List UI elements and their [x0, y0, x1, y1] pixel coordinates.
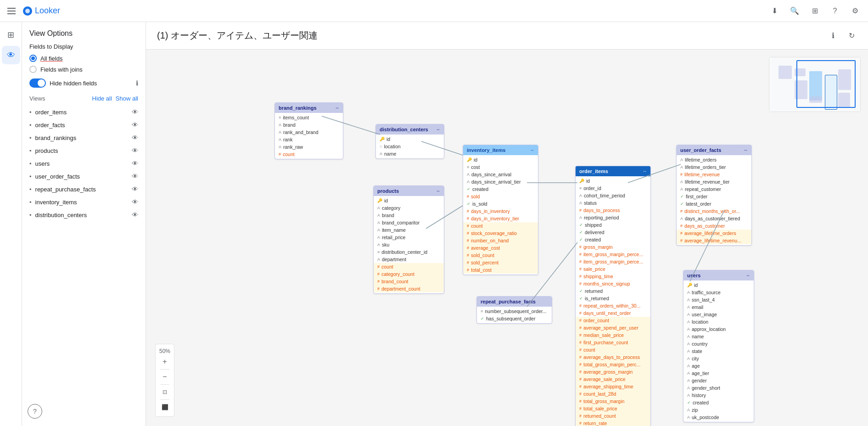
hide-all-button[interactable]: Hide all — [92, 95, 112, 102]
field-ii-cost: ≡ cost — [463, 163, 538, 171]
field-oi-ret-cnt: # returned_count — [576, 412, 650, 420]
field-u-city: A city — [683, 355, 754, 362]
field-u-uk-postcode: A uk_postcode — [683, 414, 754, 421]
view-eye-order-facts[interactable]: 👁 — [132, 121, 138, 129]
zoom-out-button[interactable]: − — [159, 371, 170, 382]
field-oi-sale-price: # sale_price — [576, 265, 650, 273]
minimap — [769, 57, 861, 112]
field-ii-days-arrival: A days_since_arrival — [463, 171, 538, 178]
settings-icon[interactable]: ⚙ — [850, 6, 861, 17]
table-header-brand-rankings: brand_rankings ↔ — [275, 103, 343, 113]
field-p-brand-count: # brand_count — [374, 278, 444, 285]
view-eye-inventory-items[interactable]: 👁 — [132, 198, 138, 206]
help-button[interactable]: ? — [28, 404, 42, 419]
table-body-brand-rankings: ≡ items_count A brand A rank_and_brand A… — [275, 113, 343, 159]
view-item-user-order-facts[interactable]: • user_order_facts 👁 — [29, 170, 138, 183]
field-brand: A brand — [275, 121, 343, 129]
minimap-inner — [769, 57, 860, 112]
table-header-inventory-items: inventory_items ↔ — [463, 145, 538, 155]
field-oi-ret-rate: # return_rate — [576, 420, 650, 426]
view-eye-brand-rankings[interactable]: 👁 — [132, 134, 138, 141]
views-actions: Hide all Show all — [92, 95, 139, 102]
hide-hidden-fields-toggle[interactable] — [29, 78, 46, 88]
table-repeat-purchase-facts[interactable]: repeat_purchase_facts ≡ number_subsequen… — [476, 296, 552, 324]
field-oi-created: ✓ created — [576, 236, 650, 243]
field-uof-days-cust-tiered: A days_as_customer_tiered — [677, 215, 751, 222]
zoom-level-label: 50% — [159, 348, 170, 354]
zoom-controls: 50% + − ⊡ ⬛ — [155, 344, 174, 417]
field-ii-sold: # sold — [463, 193, 538, 200]
table-inventory-items[interactable]: inventory_items ↔ 🔑 id ≡ cost A days_sin… — [463, 145, 538, 275]
table-header-repeat-purchase-facts: repeat_purchase_facts — [477, 297, 552, 307]
table-user-order-facts[interactable]: user_order_facts ↔ A lifetime_orders A l… — [676, 145, 752, 246]
view-item-order-items[interactable]: • order_items 👁 — [29, 106, 138, 118]
view-item-distribution-centers[interactable]: • distribution_centers 👁 — [29, 208, 138, 221]
view-item-products[interactable]: • products 👁 — [29, 144, 138, 157]
table-body-repeat-purchase-facts: ≡ number_subsequent_order... ✓ has_subse… — [477, 307, 552, 323]
main-content: (1) オーダー、アイテム、ユーザー関連 ℹ ↻ brand_rankings — [146, 22, 868, 426]
view-item-brand-rankings[interactable]: • brand_rankings 👁 — [29, 131, 138, 144]
field-oi-status: A status — [576, 199, 650, 207]
fields-with-joins-radio[interactable]: Fields with joins — [29, 66, 138, 73]
grid-icon[interactable]: ⊞ — [809, 6, 820, 17]
table-users[interactable]: users ↔ 🔑 id A traffic_source A ssn_last… — [683, 270, 754, 422]
zoom-fit-button[interactable]: ⊡ — [159, 387, 170, 398]
table-order-items[interactable]: order_items ↔ 🔑 id ≡ order_id A cohort_t… — [575, 166, 651, 426]
field-u-location: A location — [683, 318, 754, 325]
all-fields-radio-inner — [31, 56, 35, 60]
field-u-age-tier: A age_tier — [683, 370, 754, 377]
hamburger-menu[interactable] — [7, 8, 16, 14]
zoom-reset-button[interactable]: ⬛ — [159, 402, 170, 413]
canvas[interactable]: brand_rankings ↔ ≡ items_count A brand A… — [146, 50, 868, 426]
view-eye-user-order-facts[interactable]: 👁 — [132, 173, 138, 180]
toggle-info-icon[interactable]: ℹ — [136, 79, 138, 87]
rail-explore-icon[interactable]: 👁 — [2, 46, 20, 64]
field-oi-days-proc: # days_to_process — [576, 207, 650, 214]
field-ii-days-inv-tier: # days_in_inventory_tier — [463, 215, 538, 222]
table-brand-rankings[interactable]: brand_rankings ↔ ≡ items_count A brand A… — [274, 102, 343, 159]
field-uof-avg-lt-rev: # average_lifetime_revenu... — [677, 237, 751, 244]
field-oi-avg-gm: # average_gross_margin — [576, 368, 650, 376]
view-item-repeat-purchase-facts[interactable]: • repeat_purchase_facts 👁 — [29, 183, 138, 196]
table-body-products: 🔑 id A category A brand A brand_comparit… — [374, 196, 444, 293]
view-eye-repeat-purchase-facts[interactable]: 👁 — [132, 185, 138, 193]
field-oi-total-gm: # total_gross_margin — [576, 398, 650, 405]
field-oi-rep-period: A reporting_period — [576, 214, 650, 221]
view-item-inventory-items[interactable]: • inventory_items 👁 — [29, 196, 138, 208]
field-p-id: 🔑 id — [374, 197, 444, 204]
rail-home-icon[interactable]: ⊞ — [2, 26, 20, 44]
view-eye-distribution-centers[interactable]: 👁 — [132, 211, 138, 219]
table-products[interactable]: products ↔ 🔑 id A category A brand A bra… — [373, 185, 444, 294]
view-eye-products[interactable]: 👁 — [132, 147, 138, 154]
all-fields-radio[interactable]: All fields — [29, 55, 138, 62]
show-all-button[interactable]: Show all — [116, 95, 138, 102]
hide-hidden-fields-toggle-row: Hide hidden fields ℹ — [29, 78, 138, 88]
view-eye-users[interactable]: 👁 — [132, 160, 138, 167]
search-icon[interactable]: 🔍 — [789, 6, 800, 17]
field-uof-days-cust: # days_as_customer — [677, 222, 751, 230]
field-u-image: A user_image — [683, 311, 754, 318]
field-u-age: A age — [683, 362, 754, 370]
topbar: Looker ⬇ 🔍 ⊞ ? ⚙ — [0, 0, 868, 22]
field-oi-avg-ship: # average_shipping_time — [576, 383, 650, 390]
page-title: (1) オーダー、アイテム、ユーザー関連 — [157, 29, 318, 42]
download-icon[interactable]: ⬇ — [769, 6, 780, 17]
info-icon[interactable]: ℹ — [828, 30, 839, 41]
help-icon[interactable]: ? — [829, 6, 840, 17]
table-distribution-centers[interactable]: distribution_centers ↔ 🔑 id ○ location A… — [375, 124, 444, 159]
field-u-id: 🔑 id — [683, 281, 754, 289]
view-eye-order-items[interactable]: 👁 — [132, 108, 138, 116]
field-oi-total-sale: # total_sale_price — [576, 405, 650, 412]
field-dc-id: 🔑 id — [376, 135, 444, 143]
field-rank-and-brand: A rank_and_brand — [275, 129, 343, 136]
field-ii-sold-pct: # sold_percent — [463, 259, 538, 266]
view-item-order-facts[interactable]: • order_facts 👁 — [29, 118, 138, 131]
view-item-users[interactable]: • users 👁 — [29, 157, 138, 170]
field-uof-latest-order: ✓ latest_order — [677, 200, 751, 207]
field-oi-cohort: A cohort_time_period — [576, 192, 650, 199]
zoom-in-button[interactable]: + — [159, 356, 170, 367]
field-dc-name: A name — [376, 150, 444, 157]
field-oi-id: 🔑 id — [576, 177, 650, 185]
refresh-icon[interactable]: ↻ — [846, 30, 857, 41]
field-ii-num-hand: # number_on_hand — [463, 237, 538, 244]
